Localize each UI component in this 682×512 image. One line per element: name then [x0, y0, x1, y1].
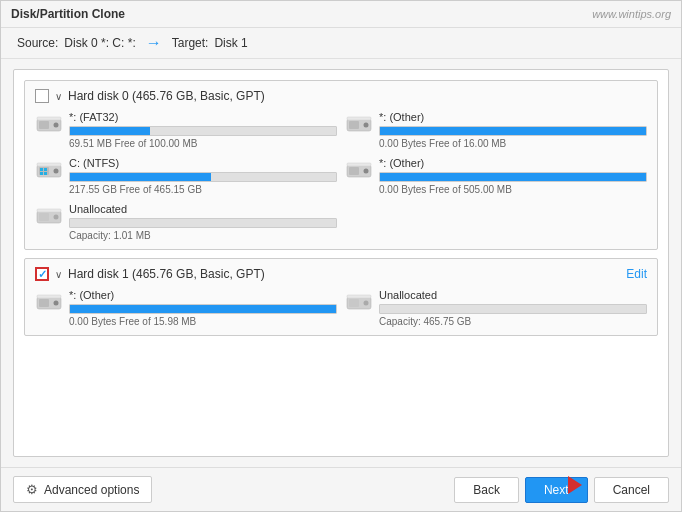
partition-info: *: (Other) 0.00 Bytes Free of 15.98 MB: [69, 289, 337, 327]
svg-rect-1: [39, 121, 49, 129]
partition-name: *: (Other): [379, 111, 647, 123]
svg-rect-15: [44, 172, 47, 175]
partition-name: C: (NTFS): [69, 157, 337, 169]
progress-bar-bg: [69, 172, 337, 182]
partition-item: *: (FAT32) 69.51 MB Free of 100.00 MB: [35, 111, 337, 149]
disk0-chevron: ∨: [55, 91, 62, 102]
progress-bar-bg: [379, 126, 647, 136]
progress-bar-fill: [70, 127, 150, 135]
partition-name: *: (Other): [69, 289, 337, 301]
svg-rect-23: [37, 209, 61, 212]
partition-item: Unallocated Capacity: 465.75 GB: [345, 289, 647, 327]
disk-drive-icon: [35, 113, 63, 135]
disk1-group: ∨ Hard disk 1 (465.76 GB, Basic, GPT) Ed…: [24, 258, 658, 336]
title-bar: Disk/Partition Clone www.wintips.org: [1, 1, 681, 28]
svg-rect-12: [40, 168, 43, 171]
progress-bar-fill: [380, 127, 646, 135]
disk-drive-icon: [35, 205, 63, 227]
svg-rect-27: [37, 295, 61, 298]
disk-drive-icon: [345, 291, 373, 313]
partition-name: Unallocated: [69, 203, 337, 215]
disk-drive-icon: [35, 291, 63, 313]
disk0-label: Hard disk 0 (465.76 GB, Basic, GPT): [68, 89, 265, 103]
progress-bar-bg: [69, 304, 337, 314]
partition-item: C: (NTFS) 217.55 GB Free of 465.15 GB: [35, 157, 337, 195]
progress-bar-bg: [379, 172, 647, 182]
next-button[interactable]: Next: [525, 477, 588, 503]
cancel-button[interactable]: Cancel: [594, 477, 669, 503]
disk-drive-icon: [35, 159, 63, 181]
svg-rect-13: [44, 168, 47, 171]
svg-point-10: [54, 169, 59, 174]
svg-rect-7: [347, 117, 371, 120]
window-title: Disk/Partition Clone: [11, 7, 125, 21]
svg-rect-31: [347, 295, 371, 298]
svg-rect-14: [40, 172, 43, 175]
advanced-options-label: Advanced options: [44, 483, 139, 497]
svg-point-18: [364, 169, 369, 174]
disk-drive-icon: [345, 113, 373, 135]
partition-info: C: (NTFS) 217.55 GB Free of 465.15 GB: [69, 157, 337, 195]
partition-size: 0.00 Bytes Free of 15.98 MB: [69, 316, 337, 327]
back-button[interactable]: Back: [454, 477, 519, 503]
svg-point-2: [54, 123, 59, 128]
partition-info: *: (Other) 0.00 Bytes Free of 16.00 MB: [379, 111, 647, 149]
svg-point-6: [364, 123, 369, 128]
source-value: Disk 0 *: C: *:: [64, 36, 135, 50]
disk0-checkbox[interactable]: [35, 89, 49, 103]
disk1-label: Hard disk 1 (465.76 GB, Basic, GPT): [68, 267, 265, 281]
partition-size: 0.00 Bytes Free of 505.00 MB: [379, 184, 647, 195]
svg-rect-17: [349, 167, 359, 175]
partition-name: *: (Other): [379, 157, 647, 169]
footer-buttons: Back Next Cancel: [454, 477, 669, 503]
partition-size: 217.55 GB Free of 465.15 GB: [69, 184, 337, 195]
svg-point-26: [54, 301, 59, 306]
progress-bar-bg: [379, 304, 647, 314]
partition-size: 0.00 Bytes Free of 16.00 MB: [379, 138, 647, 149]
advanced-options-button[interactable]: ⚙ Advanced options: [13, 476, 152, 503]
partition-item: Unallocated Capacity: 1.01 MB: [35, 203, 337, 241]
progress-bar-bg: [69, 218, 337, 228]
partition-item: *: (Other) 0.00 Bytes Free of 16.00 MB: [345, 111, 647, 149]
partition-size: Capacity: 465.75 GB: [379, 316, 647, 327]
progress-bar-fill: [70, 173, 211, 181]
target-label: Target:: [172, 36, 209, 50]
disk1-partitions: *: (Other) 0.00 Bytes Free of 15.98 MB: [35, 289, 647, 327]
disk1-checkbox[interactable]: [35, 267, 49, 281]
partition-info: Unallocated Capacity: 1.01 MB: [69, 203, 337, 241]
footer: ⚙ Advanced options Back Next Cancel: [1, 467, 681, 511]
disk1-edit-link[interactable]: Edit: [626, 267, 647, 281]
progress-bar-fill: [380, 173, 646, 181]
svg-rect-19: [347, 163, 371, 166]
arrow-icon: →: [146, 34, 162, 52]
partition-item: *: (Other) 0.00 Bytes Free of 505.00 MB: [345, 157, 647, 195]
disk1-header: ∨ Hard disk 1 (465.76 GB, Basic, GPT) Ed…: [35, 267, 647, 281]
partition-name: Unallocated: [379, 289, 647, 301]
svg-rect-25: [39, 299, 49, 307]
disk0-group: ∨ Hard disk 0 (465.76 GB, Basic, GPT): [24, 80, 658, 250]
gear-icon: ⚙: [26, 482, 38, 497]
svg-rect-21: [39, 213, 49, 221]
progress-bar-bg: [69, 126, 337, 136]
partition-size: Capacity: 1.01 MB: [69, 230, 337, 241]
partition-size: 69.51 MB Free of 100.00 MB: [69, 138, 337, 149]
partition-item: *: (Other) 0.00 Bytes Free of 15.98 MB: [35, 289, 337, 327]
disk-panel: ∨ Hard disk 0 (465.76 GB, Basic, GPT): [13, 69, 669, 457]
disk1-chevron: ∨: [55, 269, 62, 280]
source-target-bar: Source: Disk 0 *: C: *: → Target: Disk 1: [1, 28, 681, 59]
main-window: Disk/Partition Clone www.wintips.org Sou…: [0, 0, 682, 512]
partition-info: Unallocated Capacity: 465.75 GB: [379, 289, 647, 327]
svg-rect-29: [349, 299, 359, 307]
source-label: Source:: [17, 36, 58, 50]
main-content: ∨ Hard disk 0 (465.76 GB, Basic, GPT): [1, 59, 681, 467]
target-value: Disk 1: [214, 36, 247, 50]
partition-name: *: (FAT32): [69, 111, 337, 123]
disk0-header: ∨ Hard disk 0 (465.76 GB, Basic, GPT): [35, 89, 647, 103]
svg-rect-3: [37, 117, 61, 120]
disk-drive-icon: [345, 159, 373, 181]
svg-point-22: [54, 215, 59, 220]
svg-rect-5: [349, 121, 359, 129]
progress-bar-fill: [70, 305, 336, 313]
partition-info: *: (Other) 0.00 Bytes Free of 505.00 MB: [379, 157, 647, 195]
svg-rect-11: [37, 163, 61, 166]
